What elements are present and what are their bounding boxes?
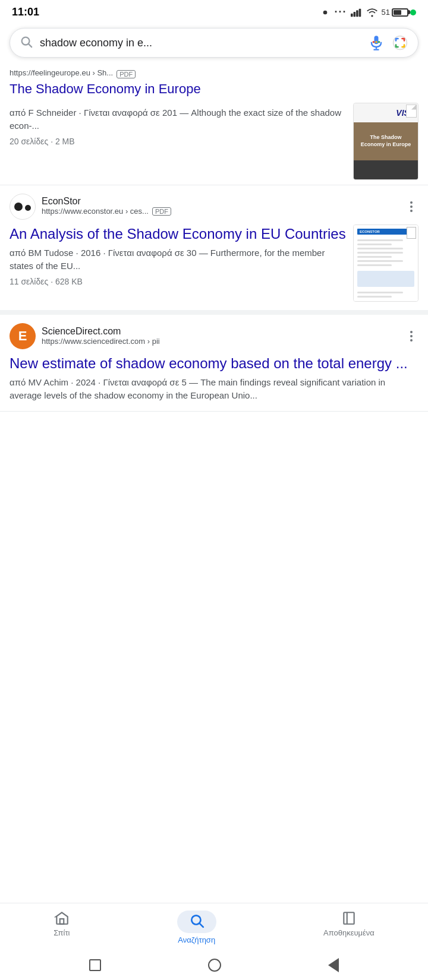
svg-point-13 <box>394 36 407 50</box>
main-content: https://feelingeurope.eu › Sh... PDF The… <box>0 66 428 495</box>
svg-line-6 <box>29 44 32 47</box>
svg-point-11 <box>375 41 377 43</box>
svg-point-10 <box>373 41 375 43</box>
svg-rect-3 <box>356 10 358 17</box>
notification-icon <box>319 7 331 18</box>
battery-level: 51 <box>382 8 390 17</box>
econstor-meta: 11 σελίδες · 628 KB <box>10 277 346 286</box>
search-query: shadow economy in e... <box>40 37 361 49</box>
partial-result-body: από F Schneider · Γίνεται αναφορά σε 201… <box>10 103 418 180</box>
sciencedirect-site-name: ScienceDirect.com <box>42 326 398 337</box>
home-icon <box>54 911 70 926</box>
search-bar-container: shadow economy in e... <box>0 22 428 66</box>
svg-rect-1 <box>351 13 353 16</box>
econstor-icon <box>10 194 36 220</box>
battery-indicator: 51 <box>382 8 416 17</box>
nav-label-search: Αναζήτηση <box>178 935 215 944</box>
econstor-pdf-badge: PDF <box>152 207 171 216</box>
more-options-icon[interactable] <box>404 200 418 214</box>
econstor-site-name: EconStor <box>42 196 398 207</box>
search-nav-icon-wrap <box>177 911 216 933</box>
bottom-nav: Σπίτι Αναζήτηση Αποθηκευμένα <box>0 903 428 950</box>
sciencedirect-more-options[interactable] <box>404 329 418 343</box>
sciencedirect-site-url: https://www.sciencedirect.com › pii <box>42 337 398 346</box>
svg-rect-8 <box>376 47 377 49</box>
more-dots-icon: ··· <box>335 6 347 18</box>
econstor-thumb-corner <box>407 227 416 239</box>
sciencedirect-site-info: ScienceDirect.com https://www.sciencedir… <box>42 326 398 346</box>
thumb-title-text: The Shadow Economy in Europe <box>358 134 413 148</box>
home-button[interactable] <box>208 959 221 972</box>
nav-item-saved[interactable]: Αποθηκευμένα <box>311 908 386 947</box>
nav-item-search[interactable]: Αναζήτηση <box>165 908 228 947</box>
nav-label-home: Σπίτι <box>54 928 70 937</box>
wifi-icon <box>366 7 378 18</box>
svg-rect-17 <box>344 912 354 924</box>
search-bar[interactable]: shadow economy in e... <box>10 28 418 58</box>
saved-icon <box>341 911 357 926</box>
sciencedirect-result-title[interactable]: New estimate of shadow economy based on … <box>10 354 418 372</box>
sciencedirect-result-text: New estimate of shadow economy based on … <box>10 354 418 403</box>
svg-rect-14 <box>60 919 64 924</box>
econstor-snippet: από BM Tudose · 2016 · Γίνεται αναφορά σ… <box>10 246 346 273</box>
svg-point-0 <box>323 10 327 14</box>
partial-url-row: https://feelingeurope.eu › Sh... PDF <box>10 68 418 80</box>
sciencedirect-header: E ScienceDirect.com https://www.scienced… <box>10 323 418 349</box>
recent-apps-button[interactable] <box>89 959 101 971</box>
svg-rect-2 <box>353 12 355 17</box>
partial-result-snippet: από F Schneider · Γίνεται αναφορά σε 201… <box>10 106 346 133</box>
nav-item-home[interactable]: Σπίτι <box>42 908 81 947</box>
green-dot <box>410 10 416 15</box>
sciencedirect-snippet: από MV Achim · 2024 · Γίνεται αναφορά σε… <box>10 376 418 403</box>
nav-label-saved: Αποθηκευμένα <box>323 928 374 937</box>
battery-box <box>392 8 408 17</box>
econstor-dots <box>14 203 31 211</box>
result-card-econstor: EconStor https://www.econstor.eu › ces..… <box>0 185 428 315</box>
econstor-header: EconStor https://www.econstor.eu › ces..… <box>10 194 418 220</box>
partial-result-title[interactable]: The Shadow Economy in Europe <box>10 81 418 98</box>
status-time: 11:01 <box>12 6 39 18</box>
search-icon <box>20 35 33 50</box>
partial-result-feelingeurope: https://feelingeurope.eu › Sh... PDF The… <box>0 66 428 185</box>
battery-fill <box>394 10 401 15</box>
lens-icon[interactable] <box>392 34 408 51</box>
dot-black-2 <box>25 205 31 211</box>
thumb-corner <box>406 105 417 118</box>
econstor-result-title[interactable]: An Analysis of the Shadow Economy in EU … <box>10 225 346 243</box>
search-nav-icon <box>189 913 204 928</box>
pdf-badge: PDF <box>117 70 136 78</box>
svg-rect-9 <box>373 49 379 50</box>
system-nav <box>0 950 428 980</box>
signal-icon <box>351 7 363 18</box>
result-card-sciencedirect: E ScienceDirect.com https://www.scienced… <box>0 315 428 412</box>
sciencedirect-icon: E <box>10 323 36 349</box>
sciencedirect-result-body: New estimate of shadow economy based on … <box>10 354 418 403</box>
partial-result-text: από F Schneider · Γίνεται αναφορά σε 201… <box>10 103 346 146</box>
mic-icon[interactable] <box>368 34 385 51</box>
econstor-result-body: An Analysis of the Shadow Economy in EU … <box>10 225 418 302</box>
dot-black-1 <box>14 203 23 211</box>
econstor-url-row: https://www.econstor.eu › ces... PDF <box>42 207 398 216</box>
status-icons: ··· 51 <box>319 6 416 18</box>
shadow-europe-thumbnail: VISA The Shadow Economy in Europe <box>353 103 418 180</box>
econstor-site-url: https://www.econstor.eu › ces... <box>42 207 149 216</box>
partial-result-meta: 20 σελίδες · 2 MB <box>10 137 346 146</box>
svg-rect-4 <box>358 8 361 17</box>
back-button[interactable] <box>328 958 339 972</box>
econstor-site-info: EconStor https://www.econstor.eu › ces..… <box>42 196 398 217</box>
partial-url: https://feelingeurope.eu › Sh... <box>10 68 113 77</box>
svg-line-16 <box>200 924 203 927</box>
econstor-thumbnail: ECONSTOR <box>353 225 418 302</box>
svg-point-12 <box>378 41 380 43</box>
status-bar: 11:01 ··· 51 <box>0 0 428 22</box>
econstor-result-text: An Analysis of the Shadow Economy in EU … <box>10 225 346 286</box>
